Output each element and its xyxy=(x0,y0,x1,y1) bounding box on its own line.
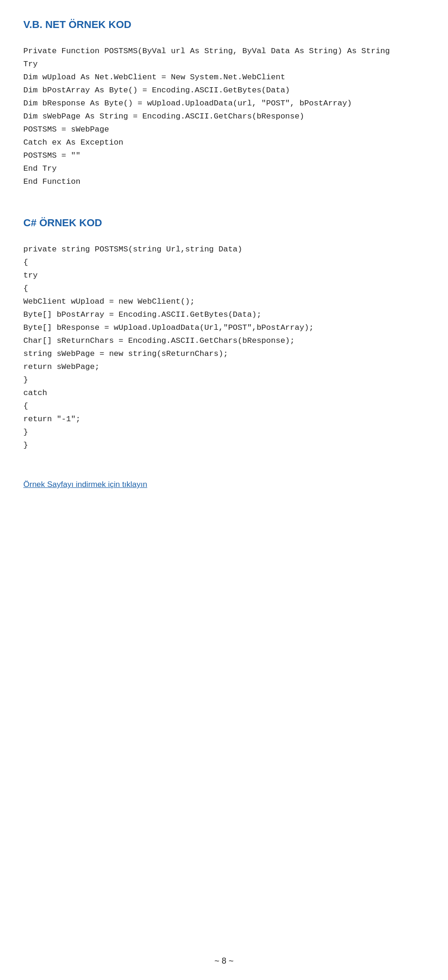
csharp-section: C# ÖRNEK KOD private string POSTSMS(stri… xyxy=(23,217,425,452)
vbnet-section: V.B. NET ÖRNEK KOD Private Function POST… xyxy=(23,19,425,189)
vbnet-section-title: V.B. NET ÖRNEK KOD xyxy=(23,19,425,31)
vbnet-code-block: Private Function POSTSMS(ByVal url As St… xyxy=(23,45,425,189)
page-container: V.B. NET ÖRNEK KOD Private Function POST… xyxy=(0,0,448,980)
csharp-section-title: C# ÖRNEK KOD xyxy=(23,217,425,229)
page-footer: ~ 8 ~ xyxy=(0,956,448,966)
download-link[interactable]: Örnek Sayfayı indirmek için tıklayın xyxy=(23,480,147,489)
csharp-code-block: private string POSTSMS(string Url,string… xyxy=(23,243,425,452)
